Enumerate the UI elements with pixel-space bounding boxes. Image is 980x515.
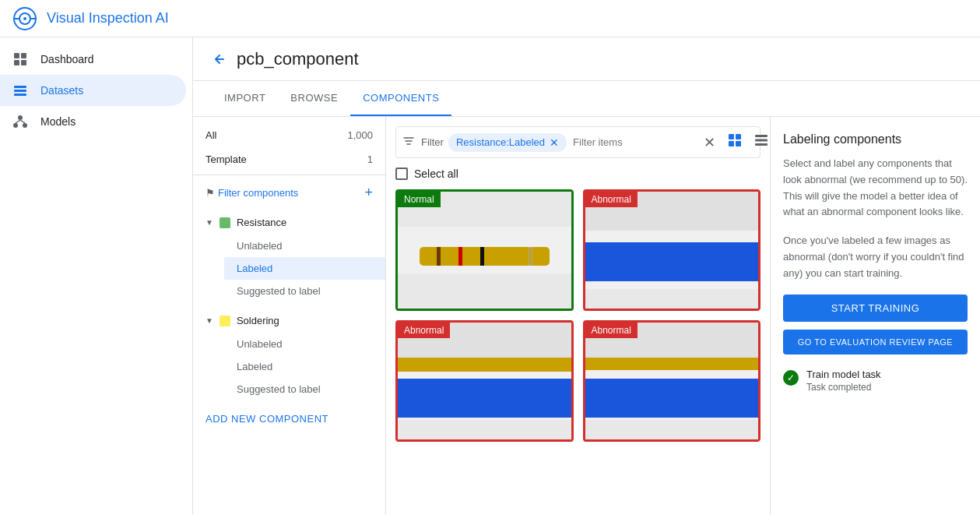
component-header-resistance[interactable]: ▼ Resistance <box>193 210 385 235</box>
svg-line-15 <box>16 120 20 123</box>
middle-panel: Filter Resistance:Labeled ✕ ✕ <box>386 117 770 515</box>
resistance-labeled-chip[interactable]: Resistance:Labeled ✕ <box>448 133 567 152</box>
dashboard-icon <box>12 51 28 67</box>
images-grid: Normal <box>395 189 760 442</box>
page-header: pcb_component <box>193 37 980 81</box>
svg-rect-20 <box>736 141 741 146</box>
image-card-normal[interactable]: Normal <box>395 189 574 311</box>
soldering-suggested[interactable]: Suggested to label <box>224 378 385 400</box>
svg-rect-17 <box>729 134 734 139</box>
template-row[interactable]: Template 1 <box>193 147 385 171</box>
filter-clear-button[interactable]: ✕ <box>704 134 715 151</box>
svg-rect-6 <box>21 53 26 58</box>
right-panel-text1: Select and label any components that loo… <box>783 156 968 220</box>
start-training-button[interactable]: START TRAINING <box>783 295 968 322</box>
datasets-icon <box>12 83 28 98</box>
add-filter-button[interactable]: + <box>364 185 373 201</box>
sidebar-item-datasets[interactable]: Datasets <box>0 75 186 106</box>
soldering-labeled[interactable]: Labeled <box>224 355 385 378</box>
abnormal-image-2 <box>398 323 571 439</box>
chip-close-button[interactable]: ✕ <box>550 136 559 149</box>
svg-point-14 <box>23 123 27 128</box>
resistance-labeled[interactable]: Labeled <box>224 257 385 280</box>
select-all-checkbox[interactable] <box>395 168 408 180</box>
svg-rect-7 <box>14 60 19 65</box>
sidebar-item-dashboard-label: Dashboard <box>40 53 94 65</box>
tab-components[interactable]: COMPONENTS <box>350 81 451 116</box>
svg-line-16 <box>20 120 25 123</box>
filter-components-label: Filter components <box>218 187 298 199</box>
image-card-abnormal-3[interactable]: Abnormal <box>583 320 761 442</box>
filter-label: Filter <box>421 136 444 148</box>
resistance-suggested[interactable]: Suggested to label <box>224 280 385 302</box>
app-logo <box>12 6 37 31</box>
gray-bottom-1 <box>585 289 759 309</box>
svg-rect-19 <box>729 141 734 146</box>
select-all-row: Select all <box>395 168 760 180</box>
resistance-unlabeled[interactable]: Unlabeled <box>224 235 385 257</box>
resistance-sub-items: Unlabeled Labeled Suggested to label <box>193 235 385 302</box>
resistor-component <box>398 241 571 272</box>
svg-rect-5 <box>14 53 19 58</box>
select-all-label: Select all <box>414 168 458 180</box>
abnormal-image-3 <box>585 323 759 439</box>
sidebar-item-models[interactable]: Models <box>0 106 186 137</box>
svg-rect-23 <box>755 143 767 146</box>
svg-rect-10 <box>14 90 26 92</box>
component-group-resistance: ▼ Resistance Unlabeled Labeled Suggested… <box>193 207 385 305</box>
models-icon <box>12 114 28 129</box>
sidebar-item-dashboard[interactable]: Dashboard <box>0 44 186 75</box>
svg-rect-8 <box>21 60 26 65</box>
all-row[interactable]: All 1,000 <box>193 123 385 147</box>
right-panel-text2: Once you've labeled a few images as abno… <box>783 233 968 281</box>
image-card-abnormal-1[interactable]: Abnormal <box>583 189 761 311</box>
filter-bar: Filter Resistance:Labeled ✕ ✕ <box>395 126 760 158</box>
normal-image <box>398 192 571 309</box>
template-label: Template <box>205 153 247 165</box>
image-card-abnormal-2[interactable]: Abnormal <box>395 320 574 442</box>
tabs-bar: IMPORT BROWSE COMPONENTS <box>193 81 980 117</box>
tab-browse[interactable]: BROWSE <box>278 81 350 116</box>
svg-rect-9 <box>14 86 26 88</box>
app-title: Visual Inspection AI <box>47 10 169 26</box>
sidebar-item-datasets-label: Datasets <box>40 84 83 97</box>
filter-input[interactable] <box>573 136 704 148</box>
all-count: 1,000 <box>347 129 373 141</box>
right-panel-title: Labeling components <box>783 132 968 146</box>
svg-point-2 <box>23 17 26 20</box>
soldering-unlabeled[interactable]: Unlabeled <box>224 333 385 355</box>
right-panel: Labeling components Select and label any… <box>770 117 980 515</box>
soldering-name: Soldering <box>237 315 279 326</box>
sidebar: Dashboard Datasets Models <box>0 37 193 515</box>
page-title: pcb_component <box>237 49 359 69</box>
image-label-2: Abnormal <box>585 192 638 207</box>
grid-view-button[interactable] <box>722 130 748 154</box>
list-view-button[interactable] <box>748 130 770 154</box>
svg-point-13 <box>13 123 18 128</box>
task-complete-icon: ✓ <box>783 370 799 386</box>
tab-import[interactable]: IMPORT <box>212 81 278 116</box>
filter-icon: ⚑ <box>205 187 215 199</box>
template-count: 1 <box>367 153 373 165</box>
soldering-color <box>220 316 230 326</box>
chevron-icon: ▼ <box>205 218 213 227</box>
image-label-3: Abnormal <box>398 323 450 338</box>
component-group-soldering: ▼ Soldering Unlabeled Labeled Suggested … <box>193 305 385 404</box>
add-new-component-button[interactable]: ADD NEW COMPONENT <box>193 404 385 434</box>
check-icon: ✓ <box>787 372 795 383</box>
resistance-color <box>220 217 230 228</box>
chevron-icon-soldering: ▼ <box>205 316 213 325</box>
component-header-soldering[interactable]: ▼ Soldering <box>193 309 385 333</box>
svg-point-12 <box>18 115 23 120</box>
evaluation-review-button[interactable]: GO TO EVALUATION REVIEW PAGE <box>783 330 968 355</box>
divider <box>193 175 385 175</box>
svg-rect-21 <box>755 135 767 137</box>
content-area: pcb_component IMPORT BROWSE COMPONENTS A… <box>193 37 980 515</box>
image-label-4: Abnormal <box>585 323 638 338</box>
filter-bar-icon <box>402 135 415 150</box>
sidebar-item-models-label: Models <box>40 115 76 128</box>
back-button[interactable] <box>212 51 227 67</box>
blue-bar-1 <box>585 242 759 281</box>
task-label: Train model task <box>806 369 881 380</box>
task-status: Task completed <box>806 382 881 393</box>
